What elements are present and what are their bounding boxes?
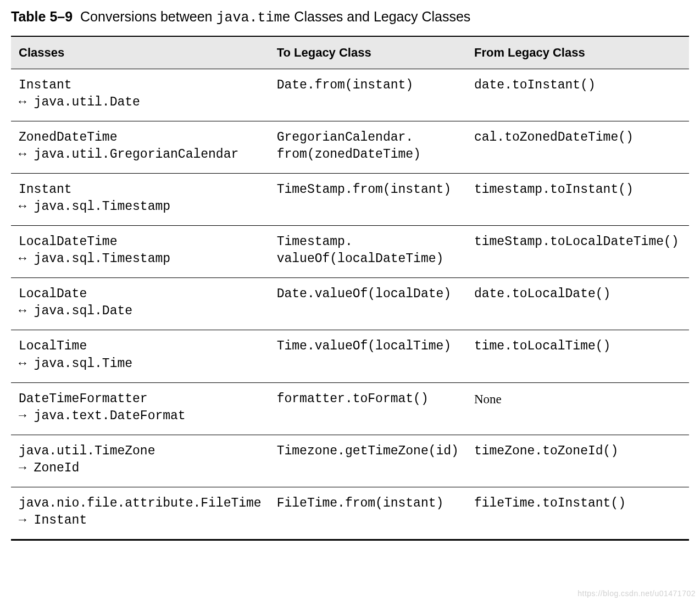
cell-classes: LocalTime↔ java.sql.Time bbox=[11, 330, 269, 382]
table-row: java.util.TimeZone→ ZoneIdTimezone.getTi… bbox=[11, 435, 689, 487]
cell-to-legacy: Timezone.getTimeZone(id) bbox=[269, 435, 466, 487]
cell-to-legacy: GregorianCalendar.from(zonedDateTime) bbox=[269, 121, 466, 174]
cell-from-legacy: timeZone.toZoneId() bbox=[466, 435, 689, 487]
cell-to-legacy: Date.from(instant) bbox=[269, 69, 466, 121]
cell-to-legacy: FileTime.from(instant) bbox=[269, 487, 466, 540]
cell-classes: Instant↔ java.util.Date bbox=[11, 69, 269, 121]
table-row: LocalTime↔ java.sql.TimeTime.valueOf(loc… bbox=[11, 330, 689, 382]
cell-from-legacy: date.toLocalDate() bbox=[466, 278, 689, 330]
cell-to-legacy: Timestamp.valueOf(localDateTime) bbox=[269, 226, 466, 278]
table-header-row: Classes To Legacy Class From Legacy Clas… bbox=[11, 36, 689, 69]
table-row: Instant↔ java.util.DateDate.from(instant… bbox=[11, 69, 689, 121]
table-row: java.nio.file.attribute.FileTime→ Instan… bbox=[11, 487, 689, 540]
caption-text-before: Conversions between bbox=[80, 9, 216, 24]
cell-from-legacy: timestamp.toInstant() bbox=[466, 174, 689, 226]
cell-classes: ZonedDateTime↔ java.util.GregorianCalend… bbox=[11, 121, 269, 174]
cell-from-legacy: cal.toZonedDateTime() bbox=[466, 121, 689, 174]
cell-classes: LocalDateTime↔ java.sql.Timestamp bbox=[11, 226, 269, 278]
caption-code: java.time bbox=[216, 10, 290, 26]
cell-from-legacy: time.toLocalTime() bbox=[466, 330, 689, 382]
cell-classes: Instant↔ java.sql.Timestamp bbox=[11, 174, 269, 226]
cell-classes: DateTimeFormatter→ java.text.DateFormat bbox=[11, 382, 269, 435]
cell-to-legacy: Time.valueOf(localTime) bbox=[269, 330, 466, 382]
table-row: LocalDate↔ java.sql.DateDate.valueOf(loc… bbox=[11, 278, 689, 330]
caption-text-after: Classes and Legacy Classes bbox=[290, 9, 470, 24]
table-row: ZonedDateTime↔ java.util.GregorianCalend… bbox=[11, 121, 689, 174]
cell-to-legacy: formatter.toFormat() bbox=[269, 382, 466, 435]
table-caption: Table 5–9 Conversions between java.time … bbox=[11, 9, 689, 26]
cell-from-legacy: None bbox=[466, 382, 689, 435]
cell-to-legacy: Date.valueOf(localDate) bbox=[269, 278, 466, 330]
cell-from-legacy: fileTime.toInstant() bbox=[466, 487, 689, 540]
table-row: LocalDateTime↔ java.sql.TimestampTimesta… bbox=[11, 226, 689, 278]
header-from-legacy: From Legacy Class bbox=[466, 36, 689, 69]
table-row: DateTimeFormatter→ java.text.DateFormatf… bbox=[11, 382, 689, 435]
cell-classes: java.nio.file.attribute.FileTime→ Instan… bbox=[11, 487, 269, 540]
table-number: Table 5–9 bbox=[11, 9, 73, 24]
cell-from-legacy: timeStamp.toLocalDateTime() bbox=[466, 226, 689, 278]
conversions-table: Classes To Legacy Class From Legacy Clas… bbox=[11, 36, 689, 541]
table-row: Instant↔ java.sql.TimestampTimeStamp.fro… bbox=[11, 174, 689, 226]
cell-classes: LocalDate↔ java.sql.Date bbox=[11, 278, 269, 330]
cell-to-legacy: TimeStamp.from(instant) bbox=[269, 174, 466, 226]
header-to-legacy: To Legacy Class bbox=[269, 36, 466, 69]
cell-from-legacy: date.toInstant() bbox=[466, 69, 689, 121]
header-classes: Classes bbox=[11, 36, 269, 69]
cell-classes: java.util.TimeZone→ ZoneId bbox=[11, 435, 269, 487]
